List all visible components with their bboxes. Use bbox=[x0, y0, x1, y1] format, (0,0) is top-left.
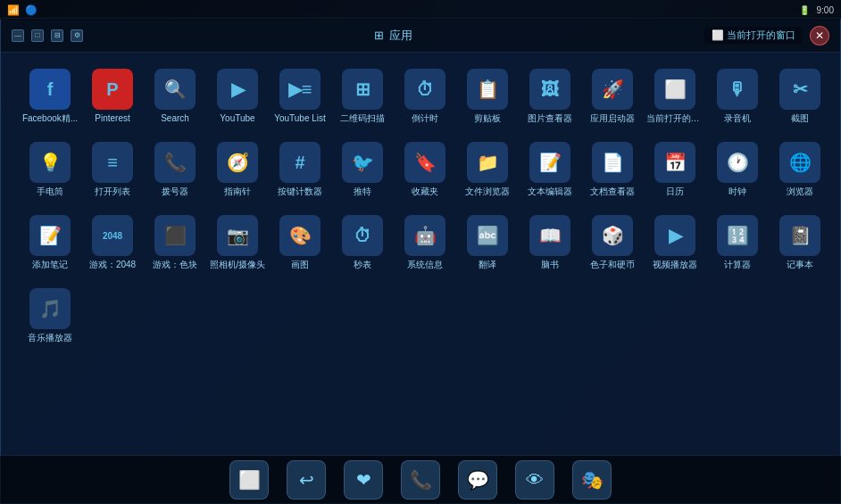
app-item-youtube[interactable]: ▶YouTube bbox=[206, 62, 269, 131]
app-item-screenshot[interactable]: ✂截图 bbox=[769, 62, 831, 131]
dock-item-d2[interactable]: ↩ bbox=[287, 460, 326, 500]
app-label-search: Search bbox=[161, 113, 189, 124]
app-item-clock[interactable]: 🕐时钟 bbox=[706, 135, 769, 204]
minimize-button[interactable]: — bbox=[12, 29, 24, 42]
app-item-keyboard-counter[interactable]: #按键计数器 bbox=[269, 135, 331, 204]
dock-item-d1[interactable]: ⬜ bbox=[229, 460, 269, 500]
app-icon-compass: 🧭 bbox=[217, 142, 258, 183]
app-item-recorder[interactable]: 🎙录音机 bbox=[706, 62, 769, 131]
app-item-timer[interactable]: ⏱倒计时 bbox=[394, 62, 456, 131]
app-icon-translate: 🔤 bbox=[467, 215, 508, 256]
app-icon-open-list: ≡ bbox=[92, 142, 133, 183]
app-item-facebook[interactable]: fFacebook精... bbox=[19, 62, 81, 131]
app-label-dialer: 拨号器 bbox=[162, 186, 188, 197]
maximize-button[interactable]: □ bbox=[31, 29, 44, 42]
app-icon-qr: ⊞ bbox=[342, 69, 383, 110]
taskbar-top-left: 📶 🔵 bbox=[7, 4, 37, 16]
app-item-compass[interactable]: 🧭指南针 bbox=[206, 135, 269, 204]
settings-button[interactable]: ⚙ bbox=[71, 29, 83, 42]
close-button[interactable]: ✕ bbox=[810, 26, 829, 45]
app-item-twitter[interactable]: 🐦推特 bbox=[331, 135, 394, 204]
app-label-youtube: YouTube bbox=[220, 113, 254, 124]
app-window: — □ ⊟ ⚙ ⊞ 应用 ⬜ 当前打开的窗口 ✕ fFacebook精...PP… bbox=[0, 18, 841, 504]
app-icon-bookmark: 🔖 bbox=[404, 142, 445, 183]
app-icon-system-info: 🤖 bbox=[404, 215, 445, 256]
dock-item-d3[interactable]: ❤ bbox=[344, 460, 383, 500]
app-item-calendar[interactable]: 📅日历 bbox=[644, 135, 706, 204]
app-item-doc-viewer[interactable]: 📄文档查看器 bbox=[581, 135, 644, 204]
app-item-pinterest[interactable]: PPinterest bbox=[81, 62, 144, 131]
app-item-drawing[interactable]: 🎨画图 bbox=[269, 208, 331, 277]
app-icon-clipboard: 📋 bbox=[467, 69, 508, 110]
app-label-compass: 指南针 bbox=[224, 186, 251, 197]
app-icon-drawing: 🎨 bbox=[279, 215, 321, 256]
app-icon-recorder: 🎙 bbox=[717, 69, 758, 110]
bt-icon: 🔵 bbox=[25, 4, 37, 16]
app-item-launcher[interactable]: 🚀应用启动器 bbox=[581, 62, 644, 131]
app-icon-current-window: ⬜ bbox=[654, 69, 695, 110]
app-item-gallery[interactable]: 🖼图片查看器 bbox=[519, 62, 581, 131]
app-icon-youtube: ▶ bbox=[217, 69, 258, 110]
app-item-music-player[interactable]: 🎵音乐播放器 bbox=[19, 281, 81, 351]
app-icon-text-editor: 📝 bbox=[529, 142, 570, 183]
app-item-calculator[interactable]: 🔢计算器 bbox=[706, 208, 769, 277]
app-item-search[interactable]: 🔍Search bbox=[144, 62, 206, 131]
app-item-stylus[interactable]: 💡手电筒 bbox=[19, 135, 81, 204]
app-label-video-player: 视频播放器 bbox=[653, 260, 697, 270]
app-label-keyboard-counter: 按键计数器 bbox=[278, 186, 322, 197]
app-item-2048[interactable]: 2048游戏：2048 bbox=[81, 208, 144, 277]
app-icon-keyboard-counter: # bbox=[279, 142, 321, 183]
app-item-camera[interactable]: 📷照相机/摄像头 bbox=[206, 208, 269, 277]
app-item-current-window[interactable]: ⬜当前打开的窗... bbox=[644, 62, 706, 131]
taskbar-top-right: 🔋 9:00 bbox=[799, 5, 834, 15]
taskbar-bottom: ⬜↩❤📞💬👁🎭 bbox=[0, 455, 841, 504]
app-item-clipboard[interactable]: 📋剪贴板 bbox=[456, 62, 519, 131]
app-item-notepad[interactable]: 📓记事本 bbox=[769, 208, 831, 277]
app-item-video-player[interactable]: ▶视频播放器 bbox=[644, 208, 706, 277]
app-item-book[interactable]: 📖脑书 bbox=[519, 208, 581, 277]
window-icon-sm: ⬜ bbox=[712, 29, 724, 40]
app-label-twitter: 推特 bbox=[354, 186, 371, 197]
dock-item-d6[interactable]: 👁 bbox=[515, 460, 554, 500]
app-item-system-info[interactable]: 🤖系统信息 bbox=[394, 208, 456, 277]
app-label-calendar: 日历 bbox=[666, 186, 684, 197]
app-item-translate[interactable]: 🔤翻译 bbox=[456, 208, 519, 277]
app-grid: fFacebook精...PPinterest🔍Search▶YouTube▶≡… bbox=[19, 62, 822, 351]
taskbar-top: 📶 🔵 🔋 9:00 bbox=[0, 0, 841, 20]
app-icon-launcher: 🚀 bbox=[592, 69, 633, 110]
app-icon-timer: ⏱ bbox=[404, 69, 445, 110]
app-icon-youtube-list: ▶≡ bbox=[279, 69, 321, 110]
window-title: ⊞ 应用 bbox=[374, 28, 412, 44]
window-titlebar: — □ ⊟ ⚙ ⊞ 应用 ⬜ 当前打开的窗口 ✕ bbox=[1, 19, 840, 53]
dock-item-d7[interactable]: 🎭 bbox=[572, 460, 612, 500]
app-item-coin[interactable]: 🎲色子和硬币 bbox=[581, 208, 644, 277]
app-label-clock: 时钟 bbox=[729, 186, 746, 197]
app-icon-notepad: 📓 bbox=[779, 215, 820, 256]
app-item-text-editor[interactable]: 📝文本编辑器 bbox=[519, 135, 581, 204]
app-icon-stopwatch: ⏱ bbox=[342, 215, 383, 256]
app-item-browser[interactable]: 🌐浏览器 bbox=[769, 135, 831, 204]
app-label-2048: 游戏：2048 bbox=[89, 260, 136, 270]
app-item-open-list[interactable]: ≡打开列表 bbox=[81, 135, 144, 204]
app-item-add-note[interactable]: 📝添加笔记 bbox=[19, 208, 81, 277]
app-icon-gallery: 🖼 bbox=[529, 69, 570, 110]
app-label-current-window: 当前打开的窗... bbox=[646, 113, 704, 124]
app-icon-browser: 🌐 bbox=[779, 142, 820, 183]
app-label-youtube-list: YouTube List bbox=[274, 113, 326, 124]
dock-item-d5[interactable]: 💬 bbox=[458, 460, 497, 500]
dock-item-d4[interactable]: 📞 bbox=[401, 460, 440, 500]
app-item-stopwatch[interactable]: ⏱秒表 bbox=[331, 208, 394, 277]
app-icon-facebook: f bbox=[29, 69, 71, 110]
app-label-qr: 二维码扫描 bbox=[340, 113, 385, 124]
app-item-qr[interactable]: ⊞二维码扫描 bbox=[331, 62, 394, 131]
app-item-bookmark[interactable]: 🔖收藏夹 bbox=[394, 135, 456, 204]
app-item-color-blocks[interactable]: ⬛游戏：色块 bbox=[144, 208, 206, 277]
app-icon-coin: 🎲 bbox=[592, 215, 633, 256]
app-item-file-browser[interactable]: 📁文件浏览器 bbox=[456, 135, 519, 204]
app-label-doc-viewer: 文档查看器 bbox=[590, 186, 635, 197]
app-item-youtube-list[interactable]: ▶≡YouTube List bbox=[269, 62, 331, 131]
current-windows-label[interactable]: ⬜ 当前打开的窗口 bbox=[704, 27, 803, 44]
app-item-dialer[interactable]: 📞拨号器 bbox=[144, 135, 206, 204]
restore-button[interactable]: ⊟ bbox=[51, 29, 63, 42]
app-icon-file-browser: 📁 bbox=[467, 142, 508, 183]
